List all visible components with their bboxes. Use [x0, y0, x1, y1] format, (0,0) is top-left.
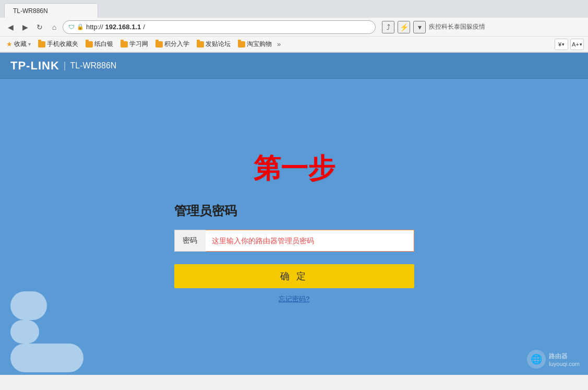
bookmark-label: 手机收藏夹 — [47, 40, 78, 49]
home-icon: ⌂ — [52, 23, 56, 31]
bookmark-study[interactable]: 学习网 — [118, 39, 150, 50]
refresh-button[interactable]: ↻ — [33, 21, 46, 33]
nav-right: ⤴ ⚡ ▾ 疾控科长泰国躲疫情 — [382, 21, 485, 33]
back-button[interactable]: ◀ — [4, 21, 17, 33]
bookmarks-bar: ★ 收藏 ▾ 手机收藏夹 纸白银 学习网 积分入学 发贴论坛 淘宝购物 » — [0, 37, 588, 52]
browser-chrome: TL-WR886N ◀ ▶ ↻ ⌂ 🛡 🔒 http:// 192.168.1.… — [0, 0, 588, 53]
forward-icon: ▶ — [22, 23, 28, 31]
cloud-top2 — [10, 320, 39, 344]
folder-icon — [155, 41, 163, 48]
bookmarks-more-button[interactable]: » — [277, 40, 281, 48]
address-bar[interactable]: 🛡 🔒 http:// 192.168.1.1 / — [63, 20, 376, 34]
router-page: TP-LINK | TL-WR886N 第一步 管理员密码 密码 确 定 忘记密… — [0, 53, 588, 375]
cloud-top1 — [10, 291, 47, 320]
forward-button[interactable]: ▶ — [19, 21, 31, 33]
router-header: TP-LINK | TL-WR886N — [0, 53, 588, 79]
bookmark-label: 学习网 — [129, 40, 148, 49]
router-main: 第一步 管理员密码 密码 确 定 忘记密码? 🌐 路由器 luyouqi.com — [0, 79, 588, 375]
brand-logo: TP-LINK — [10, 59, 59, 73]
refresh-icon: ↻ — [37, 23, 43, 31]
dropdown-button[interactable]: ▾ — [413, 21, 426, 33]
bookmark-star-item[interactable]: ★ 收藏 ▾ — [4, 39, 33, 50]
lightning-button[interactable]: ⚡ — [398, 21, 410, 33]
bookmark-mobile[interactable]: 手机收藏夹 — [36, 39, 80, 50]
bookmark-post[interactable]: 发贴论坛 — [195, 39, 233, 50]
login-container: 第一步 管理员密码 密码 确 定 忘记密码? — [174, 150, 414, 304]
password-form-row: 密码 — [174, 230, 414, 252]
home-button[interactable]: ⌂ — [48, 21, 61, 33]
font-icon: A+ — [572, 41, 579, 48]
folder-icon — [38, 41, 45, 48]
bookmark-label: 积分入学 — [164, 40, 189, 49]
bookmark-taobao[interactable]: 淘宝购物 — [236, 39, 274, 50]
dropdown-icon: ▾ — [418, 23, 422, 31]
globe-icon: 🌐 — [531, 353, 542, 365]
folder-icon — [86, 41, 93, 48]
security-shield-icon: 🛡 — [68, 23, 75, 31]
ext-dropdown: ▾ — [562, 42, 565, 47]
bookmark-dropdown-icon: ▾ — [28, 41, 31, 47]
cloud-decoration — [10, 291, 94, 333]
back-icon: ◀ — [8, 23, 14, 31]
section-title: 管理员密码 — [174, 203, 414, 219]
bookmark-paper[interactable]: 纸白银 — [83, 39, 115, 50]
folder-icon — [121, 41, 128, 48]
brand-model: TL-WR886N — [70, 61, 116, 70]
brand-separator: | — [64, 60, 66, 71]
forgot-password-link[interactable]: 忘记密码? — [279, 294, 309, 304]
confirm-button[interactable]: 确 定 — [174, 264, 414, 288]
share-icon: ⤴ — [387, 23, 390, 31]
sidebar-text: 疾控科长泰国躲疫情 — [429, 22, 485, 31]
browser-tab[interactable]: TL-WR886N — [4, 3, 98, 18]
password-label: 密码 — [174, 230, 206, 252]
font-ext-button[interactable]: A+ ▾ — [570, 39, 584, 50]
bookmark-label: 纸白银 — [94, 40, 113, 49]
watermark-text-block: 路由器 luyouqi.com — [549, 352, 580, 367]
currency-ext-button[interactable]: ¥ ▾ — [555, 39, 568, 50]
extension-buttons: ¥ ▾ A+ ▾ — [555, 39, 584, 50]
step-title: 第一步 — [174, 150, 414, 187]
cloud-body — [10, 344, 83, 372]
share-button[interactable]: ⤴ — [382, 21, 394, 33]
ext-dropdown2: ▾ — [580, 42, 582, 47]
password-input[interactable] — [206, 230, 414, 252]
watermark: 🌐 路由器 luyouqi.com — [527, 350, 580, 369]
tab-title: TL-WR886N — [13, 7, 48, 15]
bookmark-label: 淘宝购物 — [247, 40, 272, 49]
lightning-icon: ⚡ — [400, 23, 409, 31]
bookmark-points[interactable]: 积分入学 — [153, 39, 191, 50]
bookmark-star-label: 收藏 — [14, 40, 27, 49]
watermark-icon: 🌐 — [527, 350, 546, 369]
lock-icon: 🔒 — [77, 23, 84, 30]
star-icon: ★ — [6, 40, 13, 48]
address-host: 192.168.1.1 — [105, 23, 141, 31]
folder-icon — [238, 41, 245, 48]
address-protocol: http:// — [86, 23, 103, 31]
tab-bar: TL-WR886N — [0, 0, 588, 18]
currency-icon: ¥ — [558, 41, 561, 48]
watermark-line2: luyouqi.com — [549, 361, 580, 367]
bookmark-label: 发贴论坛 — [206, 40, 231, 49]
folder-icon — [197, 41, 204, 48]
watermark-line1: 路由器 — [549, 352, 580, 361]
address-path: / — [143, 23, 145, 31]
nav-bar: ◀ ▶ ↻ ⌂ 🛡 🔒 http:// 192.168.1.1 / ⤴ ⚡ — [0, 18, 588, 37]
